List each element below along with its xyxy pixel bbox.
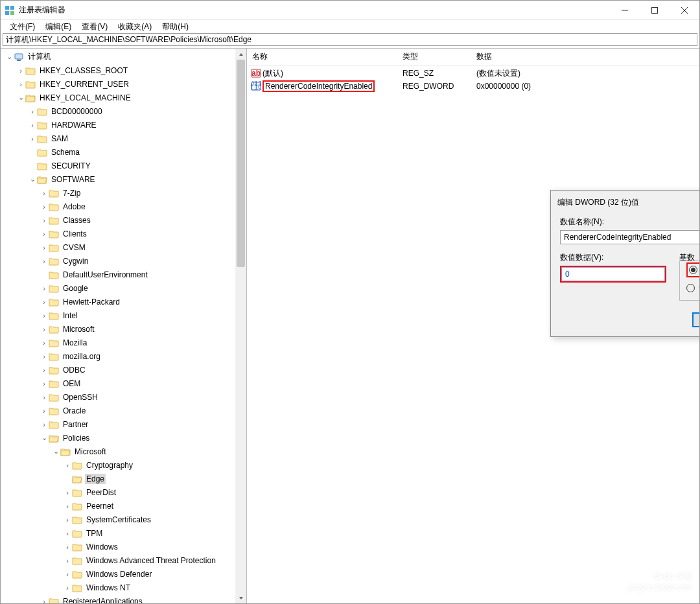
expand-icon[interactable]: › [16, 80, 25, 88]
radio-dec[interactable]: 十进制(D) [686, 283, 699, 294]
tree-item[interactable]: ›7-Zip [2, 186, 246, 200]
tree-item[interactable]: ›Microsoft [2, 322, 246, 336]
tree-item[interactable]: Schema [2, 145, 246, 159]
expand-icon[interactable]: › [40, 380, 49, 388]
menu-view[interactable]: 查看(V) [76, 20, 113, 34]
expand-icon[interactable]: › [40, 407, 49, 415]
tree-item[interactable]: ›HKEY_CURRENT_USER [2, 77, 246, 91]
tree-item[interactable]: ›HARDWARE [2, 118, 246, 132]
collapse-icon[interactable]: ⌄ [16, 93, 25, 102]
col-header-name[interactable]: 名称 [247, 49, 397, 65]
value-name-field[interactable]: RendererCodeIntegrityEnabled [560, 230, 699, 244]
col-header-data[interactable]: 数据 [471, 49, 699, 65]
list-row[interactable]: ab(默认)REG_SZ(数值未设置) [247, 67, 699, 80]
list-row[interactable]: 011110RendererCodeIntegrityEnabledREG_DW… [247, 80, 699, 93]
expand-icon[interactable]: › [63, 461, 72, 469]
ok-button[interactable]: 确定 [692, 312, 699, 327]
tree-item[interactable]: ›Windows Defender [2, 567, 246, 581]
value-data-input[interactable] [561, 267, 665, 281]
expand-icon[interactable]: › [63, 516, 72, 524]
menu-edit[interactable]: 编辑(E) [40, 20, 76, 34]
tree-item[interactable]: ⌄HKEY_LOCAL_MACHINE [2, 91, 246, 104]
tree-item[interactable]: ›Windows Advanced Threat Protection [2, 553, 246, 567]
tree-item[interactable]: ⌄SOFTWARE [2, 172, 246, 186]
tree-item[interactable]: ›CVSM [2, 240, 246, 254]
tree-item[interactable]: ›SAM [2, 132, 246, 145]
scrollbar-thumb[interactable] [237, 60, 245, 267]
expand-icon[interactable]: › [40, 312, 49, 319]
minimize-button[interactable] [610, 1, 640, 20]
expand-icon[interactable]: › [16, 67, 25, 75]
expand-icon[interactable]: › [40, 230, 49, 238]
tree-item[interactable]: ›Classes [2, 213, 246, 227]
tree-item[interactable]: ›Adobe [2, 200, 246, 213]
col-header-type[interactable]: 类型 [397, 49, 471, 65]
radio-dec-button[interactable] [686, 284, 695, 292]
tree-item[interactable]: ›Hewlett-Packard [2, 295, 246, 308]
collapse-icon[interactable]: ⌄ [5, 52, 14, 61]
tree-item[interactable]: ›Partner [2, 417, 246, 431]
expand-icon[interactable]: › [40, 189, 49, 197]
tree-item[interactable]: ›OEM [2, 377, 246, 390]
tree-item[interactable]: ›PeerDist [2, 485, 246, 499]
expand-icon[interactable]: › [40, 393, 49, 401]
expand-icon[interactable]: › [40, 366, 49, 374]
tree-item[interactable]: ›Cygwin [2, 254, 246, 268]
tree-item[interactable]: SECURITY [2, 159, 246, 172]
collapse-icon[interactable]: ⌄ [51, 447, 60, 456]
tree-item[interactable]: ›Oracle [2, 404, 246, 417]
menu-file[interactable]: 文件(F) [5, 20, 40, 34]
close-button[interactable] [670, 1, 699, 20]
tree-item[interactable]: ›Intel [2, 308, 246, 322]
scrollbar-track[interactable] [235, 60, 246, 592]
tree-item[interactable]: ›Windows NT [2, 581, 246, 594]
expand-icon[interactable]: › [40, 325, 49, 333]
expand-icon[interactable]: › [28, 108, 37, 115]
expand-icon[interactable]: › [40, 421, 49, 428]
expand-icon[interactable]: › [28, 135, 37, 143]
tree-item[interactable]: DefaultUserEnvironment [2, 268, 246, 281]
expand-icon[interactable]: › [63, 502, 72, 510]
expand-icon[interactable]: › [63, 570, 72, 578]
tree-item[interactable]: ›OpenSSH [2, 390, 246, 404]
menu-help[interactable]: 帮助(H) [157, 20, 194, 34]
expand-icon[interactable]: › [40, 598, 49, 604]
tree-item[interactable]: ›Mozilla [2, 336, 246, 349]
scroll-down-button[interactable] [235, 592, 246, 603]
tree-item[interactable]: ›Cryptography [2, 458, 246, 472]
tree-item[interactable]: ›RegisteredApplications [2, 594, 246, 603]
address-bar[interactable]: 计算机\HKEY_LOCAL_MACHINE\SOFTWARE\Policies… [3, 33, 697, 46]
collapse-icon[interactable]: ⌄ [28, 175, 37, 183]
radio-hex[interactable]: 十六进制(H) [686, 262, 699, 277]
expand-icon[interactable]: › [40, 339, 49, 347]
tree-item[interactable]: ›Peernet [2, 499, 246, 513]
expand-icon[interactable]: › [40, 244, 49, 251]
tree-item[interactable]: ⌄Policies [2, 431, 246, 445]
tree-item[interactable]: ›Windows [2, 540, 246, 553]
vertical-scrollbar[interactable] [235, 49, 246, 603]
scroll-up-button[interactable] [235, 49, 246, 60]
tree-item[interactable]: ›TPM [2, 526, 246, 540]
tree-item[interactable]: ›BCD00000000 [2, 104, 246, 118]
expand-icon[interactable]: › [28, 121, 37, 129]
expand-icon[interactable]: › [63, 543, 72, 551]
tree-item[interactable]: ⌄Microsoft [2, 445, 246, 458]
tree-item[interactable]: ›HKEY_CLASSES_ROOT [2, 64, 246, 77]
expand-icon[interactable]: › [40, 257, 49, 265]
expand-icon[interactable]: › [40, 203, 49, 211]
tree-item[interactable]: ›mozilla.org [2, 349, 246, 363]
tree-item[interactable]: Edge [2, 472, 246, 485]
tree-item[interactable]: ›Clients [2, 227, 246, 240]
tree-item[interactable]: ›Google [2, 281, 246, 295]
expand-icon[interactable]: › [40, 353, 49, 360]
menu-favorites[interactable]: 收藏夹(A) [113, 20, 157, 34]
expand-icon[interactable]: › [63, 489, 72, 496]
dialog-titlebar[interactable]: 编辑 DWORD (32 位)值 [551, 191, 699, 214]
expand-icon[interactable]: › [63, 529, 72, 537]
expand-icon[interactable]: › [40, 298, 49, 306]
expand-icon[interactable]: › [63, 584, 72, 592]
tree-item[interactable]: ›SystemCertificates [2, 513, 246, 526]
expand-icon[interactable]: › [40, 216, 49, 224]
tree-item[interactable]: ⌄计算机 [2, 50, 246, 64]
collapse-icon[interactable]: ⌄ [40, 434, 49, 442]
